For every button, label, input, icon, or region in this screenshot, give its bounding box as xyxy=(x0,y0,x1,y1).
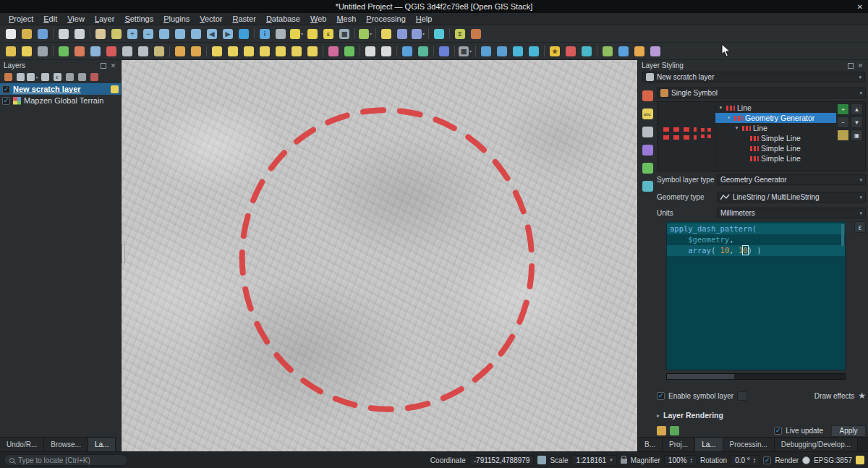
nominatim-search-button[interactable] xyxy=(563,44,579,59)
paste-features-button[interactable] xyxy=(151,44,167,59)
coordinate-capture-button[interactable] xyxy=(616,44,631,59)
select-features-button[interactable]: ▾ xyxy=(289,27,305,41)
3d-view-tab-button[interactable] xyxy=(641,143,655,157)
open-styling-panel-button[interactable] xyxy=(2,72,14,82)
menu-raster[interactable]: Raster xyxy=(227,14,260,24)
new-print-layout-button[interactable] xyxy=(56,27,72,41)
symbol-tree-item[interactable]: ▾Line xyxy=(715,123,836,133)
menu-database[interactable]: Database xyxy=(261,14,305,24)
layer-visibility-checkbox[interactable]: ✓ xyxy=(2,85,10,93)
snapping-button[interactable] xyxy=(326,44,341,59)
copy-features-button[interactable] xyxy=(135,44,151,59)
toggle-editing-button[interactable] xyxy=(19,44,35,59)
crs-icon[interactable] xyxy=(802,456,810,464)
multiedit-attributes-button[interactable] xyxy=(88,44,103,59)
highlight-labels-button[interactable] xyxy=(257,44,273,59)
mask-tab-button[interactable] xyxy=(641,125,655,139)
layout-manager-button[interactable] xyxy=(72,27,88,41)
remove-layer-button[interactable] xyxy=(88,72,100,82)
close-panel-icon[interactable]: ✕ xyxy=(109,61,117,69)
menu-mesh[interactable]: Mesh xyxy=(331,14,361,24)
add-line-feature-button[interactable] xyxy=(56,44,72,59)
render-checkbox[interactable]: ✓ xyxy=(763,456,771,464)
menu-layer[interactable]: Layer xyxy=(90,14,120,24)
python-console-button[interactable] xyxy=(415,44,431,59)
log-messages-icon[interactable] xyxy=(856,456,864,464)
delete-selected-button[interactable] xyxy=(103,44,119,59)
history-tab-button[interactable] xyxy=(641,179,655,193)
form-annotation-button[interactable] xyxy=(378,44,394,59)
lock-symbol-color-button[interactable] xyxy=(837,129,849,141)
random-selection-button[interactable] xyxy=(526,44,542,59)
expand-all-button[interactable] xyxy=(64,72,75,82)
move-symbol-layer-up-button[interactable]: ▲ xyxy=(851,103,863,115)
scale-lock-icon[interactable] xyxy=(621,459,627,464)
manage-map-themes-button[interactable]: ▾ xyxy=(27,72,38,82)
select-by-location-button[interactable] xyxy=(478,44,494,59)
expression-builder-button[interactable]: ε xyxy=(854,221,866,233)
style-undo-icon[interactable] xyxy=(657,426,666,435)
zoom-to-selection-button[interactable] xyxy=(172,27,188,41)
panel-resize-handle[interactable] xyxy=(122,244,125,263)
live-update-checkbox[interactable]: ✓ xyxy=(774,427,782,435)
tile-layers-button[interactable] xyxy=(579,44,595,59)
zoom-last-button[interactable]: ◀ xyxy=(204,27,220,41)
units-combo[interactable]: Millimeters ▾ xyxy=(717,208,866,218)
dock-tab[interactable]: La... xyxy=(88,438,116,451)
menu-processing[interactable]: Processing xyxy=(361,14,410,24)
plugin-tools-button[interactable] xyxy=(647,44,663,59)
symbol-tree-item[interactable]: Simple Line xyxy=(715,143,836,153)
dock-tab[interactable]: B... xyxy=(638,438,663,451)
run-feature-action-button[interactable] xyxy=(273,27,289,41)
draw-effects-star-icon[interactable]: ★ xyxy=(858,391,866,400)
coordinate-field[interactable]: -791152,4788979 xyxy=(469,455,535,466)
symbol-tree-item[interactable]: Simple Line xyxy=(715,133,836,143)
metasearch-button[interactable] xyxy=(399,44,415,59)
menu-plugins[interactable]: Plugins xyxy=(158,14,195,24)
identify-features-button[interactable]: i xyxy=(257,27,273,41)
close-icon[interactable]: ✕ xyxy=(857,0,863,13)
zoom-out-button[interactable]: − xyxy=(140,27,156,41)
extents-icon[interactable] xyxy=(537,456,546,464)
map-tips-button[interactable] xyxy=(378,27,394,41)
dock-tab[interactable]: Undo/R... xyxy=(0,438,44,451)
symbol-tree-item[interactable]: Simple Line xyxy=(715,153,836,163)
layer-rendering-section[interactable]: ▸ Layer Rendering xyxy=(657,410,723,420)
diagrams-tab-button[interactable] xyxy=(641,161,655,175)
undo-button[interactable] xyxy=(172,44,188,59)
crs-value[interactable]: EPSG:3857 xyxy=(814,456,852,464)
labels-tab-button[interactable]: abc xyxy=(641,107,655,121)
menu-help[interactable]: Help xyxy=(411,14,438,24)
map-canvas[interactable] xyxy=(122,60,637,451)
editor-horizontal-scrollbar[interactable] xyxy=(666,373,846,380)
zoom-in-button[interactable]: + xyxy=(124,27,140,41)
dock-tab[interactable]: Debugging/Develop... xyxy=(775,438,858,451)
select-within-distance-button[interactable] xyxy=(494,44,510,59)
select-by-expression-button[interactable]: ε xyxy=(320,27,336,41)
favorites-button[interactable]: ★ xyxy=(547,44,563,59)
geocoding-button[interactable] xyxy=(631,44,647,59)
digitize-with-curve-button[interactable] xyxy=(341,44,357,59)
style-redo-icon[interactable] xyxy=(670,426,679,435)
locate-input[interactable]: Type to locate (Ctrl+K) xyxy=(4,454,128,466)
expand-caret-icon[interactable]: ▾ xyxy=(718,105,724,111)
save-project-button[interactable] xyxy=(35,27,51,41)
rotate-label-button[interactable] xyxy=(289,44,305,59)
change-label-button[interactable] xyxy=(305,44,320,59)
deselect-features-button[interactable] xyxy=(305,27,320,41)
dock-tab[interactable]: Processin... xyxy=(723,438,775,451)
enable-symbol-layer-checkbox[interactable]: ✓ xyxy=(657,392,665,400)
show-bookmarks-button[interactable]: ▾ xyxy=(410,27,426,41)
expand-caret-icon[interactable]: ▾ xyxy=(733,125,740,131)
editor-vertical-scrollbar[interactable] xyxy=(841,224,844,246)
redo-button[interactable] xyxy=(188,44,204,59)
quickmap-services-button[interactable] xyxy=(600,44,616,59)
undock-panel-icon[interactable] xyxy=(848,63,854,69)
pan-map-button[interactable] xyxy=(93,27,109,41)
new-bookmark-button[interactable] xyxy=(394,27,410,41)
dock-tab[interactable]: Proj... xyxy=(663,438,695,451)
raster-tools-button[interactable]: ▦▾ xyxy=(457,44,473,59)
dock-tab[interactable]: Browse... xyxy=(44,438,88,451)
scale-combo[interactable]: 1:218161 ▾ xyxy=(571,455,616,466)
current-edits-button[interactable] xyxy=(3,44,19,59)
